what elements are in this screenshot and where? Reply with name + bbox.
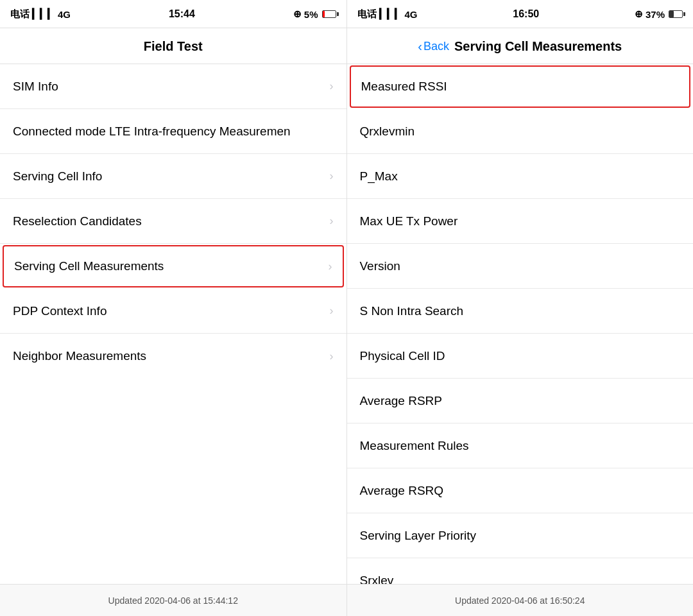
left-list-item[interactable]: PDP Context Info›	[0, 289, 346, 334]
left-item-label: Serving Cell Info	[13, 169, 102, 184]
status-bar-left: 电话 ▎▎▎ 4G 15:44 ⊕ 5%	[0, 0, 346, 28]
right-item-label: Average RSRP	[360, 394, 443, 408]
location-icon-right: ⊕	[635, 8, 643, 20]
left-list-item[interactable]: SIM Info›	[0, 64, 346, 109]
carrier-left: 电话	[10, 8, 30, 21]
chevron-right-icon: ›	[330, 169, 334, 183]
left-item-label: SIM Info	[13, 80, 58, 94]
field-test-title: Field Test	[144, 39, 203, 54]
right-list-item[interactable]: Measurement Rules	[347, 424, 694, 468]
left-list-item[interactable]: Serving Cell Info›	[0, 154, 346, 199]
time-right: 16:50	[513, 8, 539, 20]
time-left: 15:44	[169, 8, 195, 20]
footer-text-left: Updated 2020-04-06 at 15:44:12	[108, 595, 238, 606]
left-item-label: Reselection Candidates	[13, 214, 142, 228]
right-item-label: S Non Intra Search	[360, 304, 464, 318]
header-right: ‹ Back Serving Cell Measurements	[347, 28, 694, 64]
right-item-label: Version	[360, 259, 400, 273]
left-list-item[interactable]: Serving Cell Measurements›	[3, 245, 344, 287]
chevron-left-icon: ‹	[418, 39, 422, 54]
left-list-item[interactable]: Connected mode LTE Intra-frequency Measu…	[0, 109, 346, 154]
right-item-label: Max UE Tx Power	[360, 214, 458, 228]
chevron-right-icon: ›	[330, 304, 334, 318]
left-panel: SIM Info›Connected mode LTE Intra-freque…	[0, 64, 346, 584]
back-button[interactable]: ‹ Back	[418, 39, 449, 54]
network-type-left: 4G	[58, 9, 71, 20]
left-list-item[interactable]: Neighbor Measurements›	[0, 334, 346, 379]
left-list-item[interactable]: Reselection Candidates›	[0, 199, 346, 244]
left-item-label: Connected mode LTE Intra-frequency Measu…	[13, 124, 291, 139]
right-item-label: Average RSRQ	[360, 484, 444, 498]
left-item-label: Neighbor Measurements	[13, 349, 146, 363]
left-item-label: PDP Context Info	[13, 304, 107, 318]
right-item-label: Measurement Rules	[360, 439, 469, 453]
header-left: Field Test	[0, 28, 346, 64]
signal-bars-left: ▎▎▎	[32, 8, 55, 20]
battery-icon-right	[669, 10, 683, 18]
footer-text-right: Updated 2020-04-06 at 16:50:24	[455, 595, 585, 606]
status-bar-right: 电话 ▎▎▎ 4G 16:50 ⊕ 37%	[347, 0, 694, 28]
right-panel: Measured RSSIQrxlevminP_MaxMax UE Tx Pow…	[347, 64, 694, 584]
right-item-label: Srxlev	[360, 574, 394, 585]
battery-pct-left: 5%	[304, 9, 318, 20]
right-item-label: Serving Layer Priority	[360, 529, 477, 543]
right-item-label: Qrxlevmin	[360, 124, 415, 139]
back-label: Back	[424, 40, 449, 53]
signal-bars-right: ▎▎▎	[379, 8, 402, 20]
right-item-label: Physical Cell ID	[360, 349, 445, 363]
right-list-item[interactable]: Average RSRP	[347, 379, 694, 424]
right-list-item[interactable]: Measured RSSI	[350, 65, 691, 108]
chevron-right-icon: ›	[329, 260, 332, 273]
footer-right: Updated 2020-04-06 at 16:50:24	[347, 585, 694, 616]
right-list-item[interactable]: Max UE Tx Power	[347, 199, 694, 244]
carrier-right: 电话	[357, 8, 377, 21]
serving-cell-measurements-title: Serving Cell Measurements	[454, 39, 622, 54]
right-list-item[interactable]: Serving Layer Priority	[347, 513, 694, 558]
right-item-label: P_Max	[360, 169, 398, 184]
location-icon-left: ⊕	[293, 8, 302, 20]
left-item-label: Serving Cell Measurements	[14, 259, 164, 273]
network-type-right: 4G	[405, 9, 418, 20]
battery-icon-left	[322, 10, 336, 18]
footer-left: Updated 2020-04-06 at 15:44:12	[0, 585, 346, 616]
battery-pct-right: 37%	[646, 9, 665, 20]
right-list-item[interactable]: S Non Intra Search	[347, 289, 694, 334]
right-list-item[interactable]: Version	[347, 244, 694, 289]
right-list-item[interactable]: P_Max	[347, 154, 694, 199]
right-list-item[interactable]: Srxlev	[347, 558, 694, 584]
chevron-right-icon: ›	[330, 214, 334, 228]
right-list-item[interactable]: Average RSRQ	[347, 468, 694, 513]
right-list-item[interactable]: Qrxlevmin	[347, 109, 694, 154]
chevron-right-icon: ›	[330, 80, 334, 93]
right-item-label: Measured RSSI	[361, 80, 447, 94]
chevron-right-icon: ›	[330, 350, 334, 363]
right-list-item[interactable]: Physical Cell ID	[347, 334, 694, 379]
